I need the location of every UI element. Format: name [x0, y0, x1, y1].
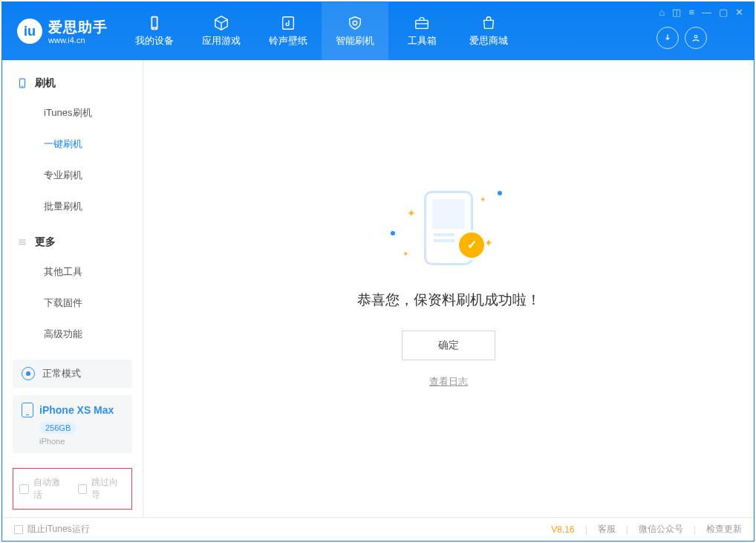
nav-store[interactable]: 爱思商城 — [455, 2, 522, 60]
phone-icon — [146, 15, 163, 31]
bag-icon — [480, 15, 498, 31]
options-highlight-box: 自动激活 跳过向导 — [13, 468, 132, 510]
shield-refresh-icon — [346, 15, 364, 31]
svg-point-2 — [154, 27, 155, 29]
device-capacity: 256GB — [39, 422, 76, 434]
check-badge-icon: ✓ — [459, 233, 484, 258]
nav-ringtones[interactable]: 铃声壁纸 — [255, 2, 322, 60]
nav: 我的设备 应用游戏 铃声壁纸 智能刷机 工具箱 爱思商城 — [121, 2, 522, 60]
header-right: ⌂ ◫ ≡ — ▢ ✕ — [656, 2, 746, 60]
footer-update-link[interactable]: 检查更新 — [706, 523, 742, 536]
app-title: 爱思助手 — [48, 19, 108, 35]
sidebar-item-pro-flash[interactable]: 专业刷机 — [2, 160, 143, 191]
sidebar-item-advanced[interactable]: 高级功能 — [2, 319, 143, 350]
app-logo: iu 爱思助手 www.i4.cn — [2, 2, 121, 60]
nav-apps[interactable]: 应用游戏 — [188, 2, 255, 60]
device-type: iPhone — [39, 437, 123, 446]
menu-icon[interactable]: ≡ — [688, 7, 694, 18]
svg-rect-1 — [152, 18, 157, 27]
sidebar-item-download-firmware[interactable]: 下载固件 — [2, 287, 143, 319]
sparkle-icon: ✦ — [403, 250, 408, 258]
tshirt-icon[interactable]: ⌂ — [659, 7, 665, 18]
list-icon — [17, 237, 27, 247]
main-content: ✦ ✦ ✦ ✦ ✓ 恭喜您，保资料刷机成功啦！ 确定 查看日志 — [143, 60, 754, 517]
device-card[interactable]: iPhone XS Max 256GB iPhone — [13, 395, 132, 453]
music-file-icon — [279, 15, 297, 31]
checkbox-auto-activate[interactable]: 自动激活 — [19, 476, 68, 501]
success-illustration: ✦ ✦ ✦ ✦ ✓ — [389, 189, 508, 271]
device-mode[interactable]: 正常模式 — [13, 360, 132, 388]
checkbox-block-itunes[interactable]: 阻止iTunes运行 — [14, 523, 90, 536]
svg-rect-3 — [283, 17, 294, 30]
account-button[interactable] — [685, 27, 707, 49]
sidebar-item-other-tools[interactable]: 其他工具 — [2, 256, 143, 287]
nav-toolbox[interactable]: 工具箱 — [388, 2, 455, 60]
toolbox-icon — [413, 15, 431, 31]
sidebar-group-more[interactable]: 更多 — [2, 231, 143, 253]
success-message: 恭喜您，保资料刷机成功啦！ — [357, 290, 541, 310]
footer-wechat-link[interactable]: 微信公众号 — [639, 523, 683, 536]
download-button[interactable] — [656, 27, 679, 49]
minimize-button[interactable]: — — [702, 7, 711, 18]
cube-icon — [212, 15, 230, 31]
checkbox-skip-guide[interactable]: 跳过向导 — [78, 476, 126, 501]
sparkle-icon: ✦ — [484, 237, 493, 249]
device-icon — [22, 403, 33, 417]
svg-rect-4 — [416, 20, 428, 28]
svg-point-5 — [694, 36, 697, 39]
maximize-button[interactable]: ▢ — [719, 7, 728, 18]
sidebar-group-flash[interactable]: 刷机 — [2, 72, 143, 94]
sidebar-item-oneclick-flash[interactable]: 一键刷机 — [2, 129, 143, 160]
phone-outline-icon — [17, 77, 27, 90]
mode-icon — [22, 367, 35, 380]
footer-support-link[interactable]: 客服 — [598, 523, 616, 536]
sidebar-item-itunes-flash[interactable]: iTunes刷机 — [2, 97, 143, 129]
sidebar: 刷机 iTunes刷机 一键刷机 专业刷机 批量刷机 更多 其他工具 下载固件 … — [2, 60, 143, 517]
app-url: www.i4.cn — [48, 36, 108, 45]
version-label: V8.16 — [551, 524, 574, 535]
close-button[interactable]: ✕ — [735, 7, 743, 18]
sparkle-icon: ✦ — [407, 207, 416, 219]
header: iu 爱思助手 www.i4.cn 我的设备 应用游戏 铃声壁纸 智能刷机 — [2, 2, 754, 60]
footer: 阻止iTunes运行 V8.16 | 客服 | 微信公众号 | 检查更新 — [2, 517, 754, 541]
ok-button[interactable]: 确定 — [402, 331, 495, 360]
sparkle-icon: ✦ — [480, 195, 486, 204]
sidebar-item-batch-flash[interactable]: 批量刷机 — [2, 191, 143, 222]
logo-icon: iu — [17, 19, 42, 44]
view-log-link[interactable]: 查看日志 — [429, 375, 468, 388]
nav-flash[interactable]: 智能刷机 — [322, 2, 388, 60]
feedback-icon[interactable]: ◫ — [672, 7, 681, 18]
dot-icon — [391, 231, 395, 235]
nav-my-device[interactable]: 我的设备 — [121, 2, 188, 60]
dot-icon — [498, 191, 502, 195]
